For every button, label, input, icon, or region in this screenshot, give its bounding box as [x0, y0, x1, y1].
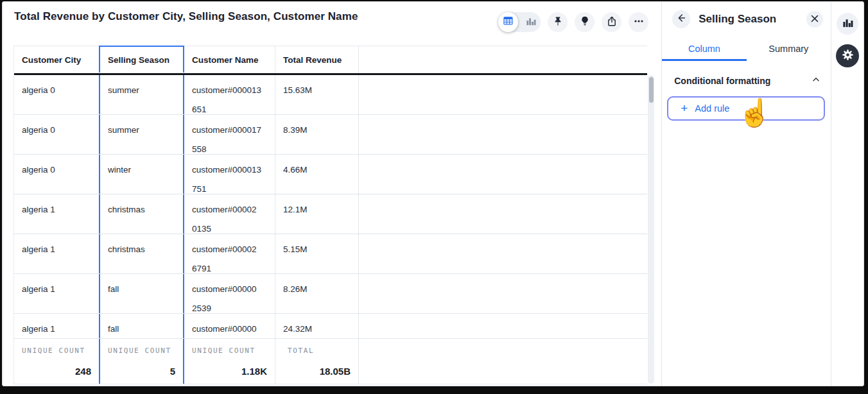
column-header-selling-season[interactable]: Selling Season	[99, 46, 184, 73]
chart-view-icon[interactable]	[526, 16, 536, 29]
column-header-total-revenue[interactable]: Total Revenue	[275, 46, 359, 73]
table-row[interactable]: algeria 0 summer customer#000013 651 15.…	[14, 75, 647, 115]
insights-button[interactable]	[575, 12, 595, 32]
back-arrow-icon	[675, 12, 687, 26]
summary-label: UNIQUE COUNT	[108, 347, 175, 355]
cell-total-revenue[interactable]: 8.39M	[275, 115, 359, 154]
summary-cell: TOTAL 18.05B	[275, 339, 359, 384]
cell-total-revenue[interactable]: 8.26M	[275, 274, 359, 313]
cell-customer-name[interactable]: customer#00000 2539	[184, 274, 275, 313]
cell-customer-name[interactable]: customer#000013 751	[184, 155, 275, 194]
cell-selling-season[interactable]: winter	[99, 155, 184, 194]
table-row[interactable]: algeria 0 winter customer#000013 751 4.6…	[14, 155, 647, 194]
cell-customer-city[interactable]: algeria 1	[14, 314, 99, 338]
cell-customer-name[interactable]: customer#00002 0135	[184, 194, 275, 234]
toolbar	[498, 12, 648, 32]
cell-filler	[359, 75, 647, 114]
pin-icon	[551, 15, 564, 30]
summary-label: TOTAL	[283, 347, 351, 355]
back-button[interactable]	[672, 10, 690, 28]
add-rule-button[interactable]: + Add rule	[667, 96, 825, 121]
cell-filler	[359, 115, 647, 154]
summary-value: 18.05B	[320, 366, 351, 377]
summary-value: 5	[170, 366, 175, 377]
table-row[interactable]: algeria 0 summer customer#000017 558 8.3…	[14, 115, 647, 155]
summary-row: UNIQUE COUNT 248 UNIQUE COUNT 5 UNIQUE C…	[14, 338, 647, 384]
column-header-customer-name[interactable]: Customer Name	[184, 46, 275, 73]
pin-button[interactable]	[548, 12, 568, 32]
conditional-formatting-section[interactable]: Conditional formatting	[662, 61, 831, 87]
table-row[interactable]: algeria 1 fall customer#00000 24.32M	[14, 314, 647, 338]
tab-summary[interactable]: Summary	[747, 38, 831, 61]
gear-icon	[841, 48, 855, 64]
cell-filler	[359, 274, 647, 313]
column-header-filler	[359, 46, 647, 73]
cell-total-revenue[interactable]: 24.32M	[275, 314, 359, 338]
table-row[interactable]: algeria 1 christmas customer#00002 6791 …	[14, 234, 647, 274]
tab-column[interactable]: Column	[662, 38, 746, 61]
cell-customer-city[interactable]: algeria 0	[14, 155, 99, 194]
cell-total-revenue[interactable]: 4.66M	[275, 155, 359, 194]
cell-customer-city[interactable]: algeria 1	[14, 194, 99, 234]
more-options-button[interactable]	[629, 12, 648, 32]
right-rail	[831, 2, 864, 386]
add-rule-label: Add rule	[695, 103, 729, 114]
cell-selling-season[interactable]: summer	[99, 75, 184, 114]
lightbulb-icon	[578, 15, 591, 30]
cell-filler	[359, 234, 647, 273]
summary-value: 248	[75, 366, 91, 377]
settings-button[interactable]	[836, 44, 859, 67]
cell-total-revenue[interactable]: 5.15M	[275, 234, 359, 273]
cell-customer-city[interactable]: algeria 1	[14, 274, 99, 313]
cell-selling-season[interactable]: christmas	[99, 234, 184, 273]
panel-header: Selling Season	[662, 2, 831, 28]
table-header-row: Customer City Selling Season Customer Na…	[14, 46, 647, 75]
summary-cell: UNIQUE COUNT 1.18K	[184, 339, 275, 384]
close-button[interactable]	[806, 11, 823, 28]
table-view-button[interactable]	[498, 12, 518, 32]
summary-value: 1.18K	[241, 366, 267, 377]
cell-customer-city[interactable]: algeria 0	[14, 115, 99, 154]
column-settings-panel: Selling Season Column Summary Conditiona…	[662, 2, 831, 386]
close-icon	[811, 13, 819, 25]
panel-title: Selling Season	[699, 13, 806, 26]
cell-customer-name[interactable]: customer#00002 6791	[184, 234, 275, 273]
bar-chart-icon	[842, 17, 853, 31]
table-row[interactable]: algeria 1 christmas customer#00002 0135 …	[14, 194, 647, 234]
cell-selling-season[interactable]: fall	[99, 274, 184, 313]
cell-customer-name[interactable]: customer#000013 651	[184, 75, 275, 114]
cell-filler	[359, 314, 647, 338]
app-window: Total Revenue by Customer City, Selling …	[2, 1, 864, 386]
share-icon	[605, 15, 618, 30]
page-title: Total Revenue by Customer City, Selling …	[14, 10, 358, 23]
panel-tabs: Column Summary	[662, 38, 831, 61]
cell-filler	[359, 155, 647, 194]
scrollbar-thumb[interactable]	[649, 77, 654, 103]
cell-total-revenue[interactable]: 15.63M	[275, 75, 359, 114]
summary-label: UNIQUE COUNT	[192, 347, 267, 355]
view-toggle[interactable]	[498, 12, 541, 32]
cell-selling-season[interactable]: fall	[99, 314, 184, 338]
section-label: Conditional formatting	[674, 76, 812, 86]
cell-selling-season[interactable]: christmas	[99, 194, 184, 234]
column-header-customer-city[interactable]: Customer City	[14, 46, 99, 73]
cell-total-revenue[interactable]: 12.1M	[275, 194, 359, 234]
cell-customer-city[interactable]: algeria 1	[14, 234, 99, 273]
data-table: Customer City Selling Season Customer Na…	[13, 46, 647, 384]
summary-label: UNIQUE COUNT	[22, 347, 91, 355]
cell-selling-season[interactable]: summer	[99, 115, 184, 154]
table-view-icon	[503, 15, 514, 29]
cell-customer-city[interactable]: algeria 0	[14, 75, 99, 114]
cell-customer-name[interactable]: customer#000017 558	[184, 115, 275, 154]
table-row[interactable]: algeria 1 fall customer#00000 2539 8.26M	[14, 274, 647, 314]
ellipsis-icon	[633, 15, 645, 30]
chevron-up-icon[interactable]	[812, 75, 820, 87]
chart-config-button[interactable]	[837, 13, 858, 35]
vertical-scrollbar[interactable]	[648, 75, 654, 384]
answer-area: Total Revenue by Customer City, Selling …	[3, 2, 662, 386]
share-button[interactable]	[602, 12, 621, 32]
cell-customer-name[interactable]: customer#00000	[184, 314, 275, 338]
summary-cell: UNIQUE COUNT 5	[99, 339, 184, 384]
plus-icon: +	[681, 102, 688, 114]
summary-cell: UNIQUE COUNT 248	[14, 339, 99, 384]
